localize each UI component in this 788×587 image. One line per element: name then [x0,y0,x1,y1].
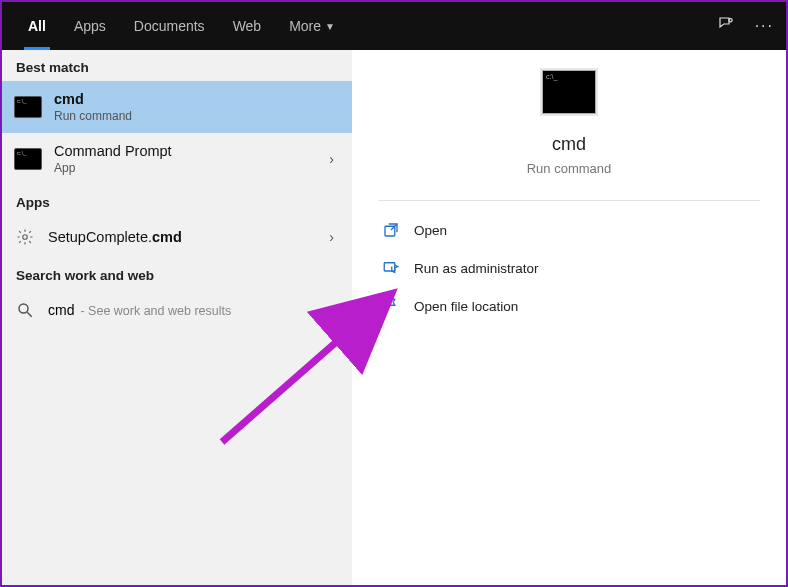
svg-rect-5 [384,263,395,271]
result-web-search[interactable]: cmd - See work and web results › [2,289,352,331]
search-body: Best match cmd Run command Command Promp… [2,50,786,585]
chevron-down-icon: ▼ [325,21,335,32]
tab-documents[interactable]: Documents [120,2,219,50]
action-run-as-administrator[interactable]: Run as administrator [378,249,760,287]
search-icon [14,299,36,321]
result-setupcomplete[interactable]: SetupComplete.cmd › [2,216,352,258]
tab-all[interactable]: All [14,2,60,50]
command-prompt-icon [14,148,42,170]
shield-admin-icon [382,259,400,277]
svg-point-2 [19,304,28,313]
web-hint: - See work and web results [80,304,231,318]
top-tab-bar: All Apps Documents Web More ▼ ··· [2,2,786,50]
result-cmd[interactable]: cmd Run command [2,81,352,133]
result-command-prompt[interactable]: Command Prompt App › [2,133,352,185]
action-open-label: Open [414,223,447,238]
result-setupcomplete-bold: cmd [152,229,182,245]
result-setupcomplete-prefix: SetupComplete. [48,229,152,245]
open-icon [382,221,400,239]
svg-line-3 [27,312,32,317]
svg-point-0 [729,19,732,22]
tab-apps[interactable]: Apps [60,2,120,50]
action-run-admin-label: Run as administrator [414,261,539,276]
action-open-file-location[interactable]: Open file location [378,287,760,325]
section-search-work-web: Search work and web [2,258,352,289]
preview-sub: Run command [527,161,612,176]
result-command-prompt-title: Command Prompt [54,143,311,159]
section-apps: Apps [2,185,352,216]
action-open[interactable]: Open [378,211,760,249]
folder-location-icon [382,297,400,315]
section-best-match: Best match [2,50,352,81]
results-panel: Best match cmd Run command Command Promp… [2,50,352,585]
result-cmd-sub: Run command [54,109,340,123]
preview-cmd-icon [542,70,596,114]
web-query: cmd [48,302,74,318]
feedback-icon[interactable] [717,15,735,37]
action-list: Open Run as administrator Open file loca… [378,211,760,325]
action-open-location-label: Open file location [414,299,518,314]
preview-panel: cmd Run command Open Run as administrato… [352,50,786,585]
tab-more-label: More [289,18,321,34]
settings-file-icon [14,226,36,248]
more-options-icon[interactable]: ··· [755,17,774,35]
start-search-window: All Apps Documents Web More ▼ ··· Best m… [0,0,788,587]
chevron-right-icon[interactable]: › [323,229,340,245]
cmd-icon [14,96,42,118]
result-cmd-texts: cmd Run command [54,91,340,123]
result-cmd-title: cmd [54,91,340,107]
result-command-prompt-texts: Command Prompt App [54,143,311,175]
chevron-right-icon[interactable]: › [323,302,340,318]
preview-title: cmd [552,134,586,155]
top-right-controls: ··· [717,15,774,37]
filter-tabs: All Apps Documents Web More ▼ [14,2,349,50]
result-web-texts: cmd - See work and web results [48,302,311,318]
tab-more[interactable]: More ▼ [275,2,349,50]
divider [378,200,760,201]
tab-web[interactable]: Web [219,2,276,50]
result-command-prompt-sub: App [54,161,311,175]
svg-point-1 [23,235,28,240]
chevron-right-icon[interactable]: › [323,151,340,167]
result-setupcomplete-texts: SetupComplete.cmd [48,229,311,245]
result-setupcomplete-title: SetupComplete.cmd [48,229,311,245]
